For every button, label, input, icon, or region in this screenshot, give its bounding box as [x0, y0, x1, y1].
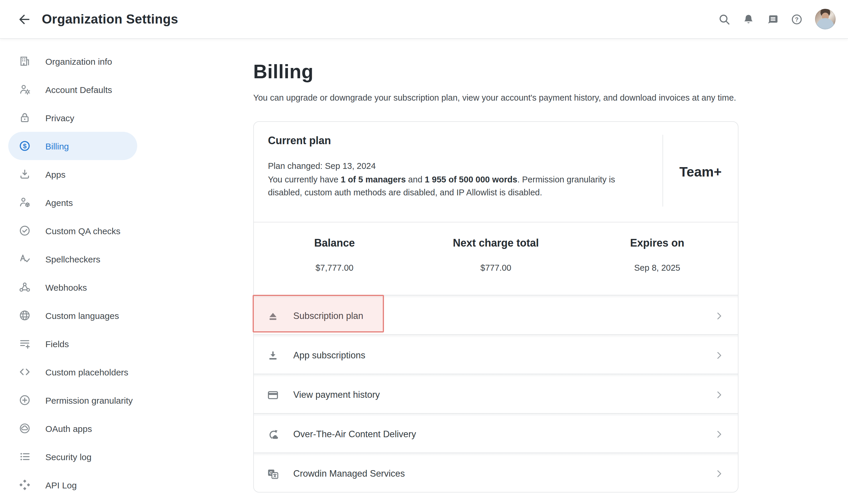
user-gear-icon [18, 83, 31, 96]
sidebar-item-label: Agents [45, 197, 73, 208]
page-header-title: Organization Settings [42, 12, 178, 27]
help-icon[interactable]: ? [790, 13, 803, 25]
sidebar-item-label: Webhooks [45, 282, 87, 292]
sidebar-item-label: Custom placeholders [45, 367, 128, 377]
row-divider [254, 295, 738, 298]
spellcheck-icon [18, 252, 31, 265]
sidebar-item-organization-info[interactable]: Organization info [8, 47, 137, 75]
app-subscriptions-row[interactable]: App subscriptions [254, 337, 738, 374]
chevron-right-icon [713, 428, 725, 440]
ota-content-delivery-row[interactable]: Over-The-Air Content Delivery [254, 416, 738, 452]
current-plan-section: Current plan Plan changed: Sep 13, 2024 … [254, 122, 738, 222]
sidebar-item-security-log[interactable]: Security log [8, 443, 137, 471]
plan-changed-text: Plan changed: Sep 13, 2024 [268, 160, 651, 173]
sidebar-item-spellcheckers[interactable]: Spellcheckers [8, 245, 137, 273]
download-icon [265, 348, 280, 362]
sidebar-item-label: Spellcheckers [45, 254, 100, 264]
plan-name-badge: Team+ [679, 164, 722, 180]
webhook-icon [18, 281, 31, 294]
cloud-circle-icon [18, 422, 31, 435]
sidebar-item-billing[interactable]: $ Billing [8, 132, 137, 160]
row-divider [254, 374, 738, 377]
code-brackets-icon [18, 365, 31, 378]
subscription-plan-row[interactable]: Subscription plan [254, 298, 738, 334]
fields-icon [18, 337, 31, 350]
svg-text:?: ? [795, 16, 798, 22]
sidebar-item-label: Custom languages [45, 310, 119, 320]
eject-icon [265, 309, 280, 323]
download-tray-icon [18, 168, 31, 181]
settings-sidebar: Organization info Account Defaults Priva… [0, 38, 177, 504]
sidebar-item-label: Account Defaults [45, 85, 112, 94]
sidebar-item-custom-placeholders[interactable]: Custom placeholders [8, 358, 137, 386]
globe-icon [18, 309, 31, 322]
sidebar-item-agents[interactable]: Agents [8, 188, 137, 217]
search-icon[interactable] [718, 13, 731, 25]
sidebar-item-oauth-apps[interactable]: OAuth apps [8, 414, 137, 443]
messages-icon[interactable] [766, 13, 779, 25]
view-payment-history-row[interactable]: View payment history [254, 377, 738, 413]
sidebar-item-label: Fields [45, 339, 69, 349]
sidebar-item-fields[interactable]: Fields [8, 329, 137, 358]
sidebar-item-label: Organization info [45, 56, 112, 66]
list-icon [18, 450, 31, 463]
cloud-sync-icon [265, 427, 280, 441]
building-icon [18, 55, 31, 68]
stat-next-charge-total: Next charge total $777.00 [415, 237, 576, 295]
sidebar-item-api-log[interactable]: API Log [8, 471, 137, 499]
back-arrow-icon [18, 12, 32, 26]
billing-card: Current plan Plan changed: Sep 13, 2024 … [253, 121, 739, 492]
chevron-right-icon [713, 310, 725, 322]
sidebar-item-label: API Log [45, 480, 77, 490]
plan-usage-text: You currently have 1 of 5 managers and 1… [268, 173, 651, 199]
organization-settings-page: Organization Settings ? Organization inf… [0, 0, 848, 504]
sidebar-item-label: Permission granularity [45, 395, 133, 405]
sidebar-item-label: Billing [45, 141, 69, 151]
billing-stats: Balance $7,777.00 Next charge total $777… [254, 222, 738, 295]
sidebar-item-webhooks[interactable]: Webhooks [8, 273, 137, 301]
sidebar-item-custom-qa-checks[interactable]: Custom QA checks [8, 217, 137, 245]
sidebar-item-custom-languages[interactable]: Custom languages [8, 301, 137, 329]
notifications-bell-icon[interactable] [742, 13, 755, 25]
managers-usage: 1 of 5 managers [341, 175, 406, 184]
crowdin-managed-services-row[interactable]: G Crowdin Managed Services [254, 455, 738, 492]
svg-text:$: $ [23, 142, 27, 150]
sidebar-item-account-defaults[interactable]: Account Defaults [8, 75, 137, 104]
check-circle-icon [18, 224, 31, 237]
diamonds-icon [18, 479, 31, 491]
sidebar-item-label: Apps [45, 169, 65, 179]
page-title: Billing [253, 60, 848, 83]
sidebar-item-privacy[interactable]: Privacy [8, 104, 137, 132]
sidebar-item-permission-granularity[interactable]: Permission granularity [8, 386, 137, 414]
top-bar: Organization Settings ? [0, 0, 848, 38]
sidebar-item-label: Security log [45, 452, 91, 462]
chevron-right-icon [713, 349, 725, 361]
lock-icon [18, 111, 31, 124]
sidebar-item-apps[interactable]: Apps [8, 160, 137, 188]
stat-balance: Balance $7,777.00 [254, 237, 415, 295]
user-cube-icon [18, 196, 31, 209]
dollar-circle-icon: $ [18, 140, 31, 152]
credit-card-icon [265, 388, 280, 402]
stat-expires-on: Expires on Sep 8, 2025 [576, 237, 738, 295]
row-divider [254, 452, 738, 455]
billing-content: Billing You can upgrade or downgrade you… [253, 38, 848, 504]
current-plan-title: Current plan [268, 135, 651, 147]
page-description: You can upgrade or downgrade your subscr… [253, 93, 848, 102]
translate-icon: G [265, 467, 280, 481]
user-avatar[interactable] [815, 9, 836, 30]
sidebar-item-label: OAuth apps [45, 424, 92, 433]
words-usage: 1 955 of 500 000 words [425, 175, 517, 184]
row-divider [254, 413, 738, 416]
row-divider [254, 334, 738, 337]
back-button[interactable] [17, 12, 32, 27]
plus-circle-icon [18, 394, 31, 407]
chevron-right-icon [713, 468, 725, 480]
sidebar-item-label: Custom QA checks [45, 226, 120, 236]
chevron-right-icon [713, 389, 725, 401]
sidebar-item-label: Privacy [45, 113, 74, 123]
